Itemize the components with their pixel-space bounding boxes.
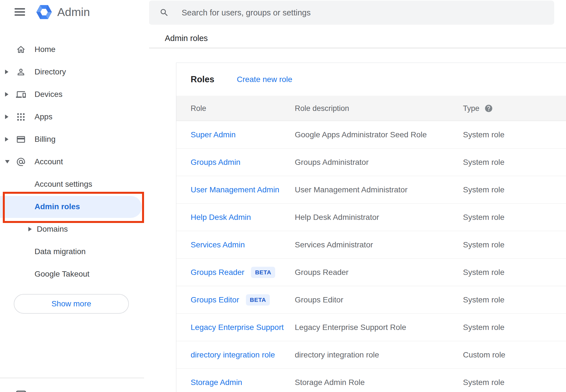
role-description: Groups Reader: [295, 268, 348, 277]
beta-badge: BETA: [246, 294, 270, 306]
breadcrumb: Admin roles: [165, 34, 208, 43]
role-type: System role: [463, 378, 505, 387]
sidebar-item-home[interactable]: Home: [0, 38, 149, 61]
role-type: System role: [463, 323, 505, 332]
role-link[interactable]: Groups Reader: [191, 268, 244, 277]
role-link[interactable]: Storage Admin: [191, 378, 242, 387]
role-description: Groups Editor: [295, 295, 343, 304]
sidebar-item-billing[interactable]: Billing: [0, 128, 149, 151]
table-row: Legacy Enterprise SupportLegacy Enterpri…: [176, 314, 566, 341]
sidebar-item-devices[interactable]: Devices: [0, 83, 149, 106]
role-description: Groups Administrator: [295, 158, 369, 167]
role-link[interactable]: User Management Admin: [191, 185, 279, 194]
role-link[interactable]: Legacy Enterprise Support: [191, 323, 284, 332]
role-description: Legacy Enterprise Support Role: [295, 323, 406, 332]
role-type: System role: [463, 295, 505, 304]
role-link[interactable]: Services Admin: [191, 240, 245, 249]
sidebar: Admin HomeDirectoryDevicesAppsBillingAcc…: [0, 0, 149, 392]
sidebar-item-label: Account: [35, 157, 63, 166]
table-row: Help Desk AdminHelp Desk AdministratorSy…: [176, 204, 566, 231]
person-icon: [16, 67, 26, 77]
sidebar-item-account[interactable]: Account: [0, 151, 149, 173]
table-row: Groups AdminGroups AdministratorSystem r…: [176, 149, 566, 176]
role-link[interactable]: Help Desk Admin: [191, 213, 251, 222]
role-description: Google Apps Administrator Seed Role: [295, 130, 427, 139]
create-new-role-link[interactable]: Create new role: [237, 75, 292, 84]
panel-title: Roles: [191, 74, 214, 85]
hamburger-menu-icon[interactable]: [15, 8, 25, 16]
apps-grid-icon: [16, 112, 26, 122]
role-type: System role: [463, 130, 505, 139]
table-row: Storage AdminStorage Admin RoleSystem ro…: [176, 369, 566, 392]
sidebar-item-apps[interactable]: Apps: [0, 106, 149, 128]
table-row: Services AdminServices AdministratorSyst…: [176, 231, 566, 259]
table-row: User Management AdminUser Management Adm…: [176, 176, 566, 204]
role-type: System role: [463, 158, 505, 167]
chevron-right-icon: [28, 227, 32, 231]
role-description: Storage Admin Role: [295, 378, 365, 387]
table-row: Super AdminGoogle Apps Administrator See…: [176, 121, 566, 149]
admin-logo: Admin: [36, 4, 90, 20]
search-bar: [149, 1, 554, 25]
sidebar-item-label: Domains: [37, 225, 68, 234]
role-type: System role: [463, 268, 505, 277]
sidebar-item-label: Home: [35, 45, 56, 54]
roles-panel-header: Roles Create new role: [176, 63, 566, 96]
sidebar-item-label: Apps: [35, 112, 53, 121]
show-more-button[interactable]: Show more: [14, 294, 129, 314]
role-link[interactable]: directory integration role: [191, 350, 275, 359]
sidebar-subitem-google-takeout[interactable]: Google Takeout: [0, 263, 149, 285]
sidebar-item-label: Devices: [35, 90, 63, 99]
role-description: Help Desk Administrator: [295, 213, 379, 222]
chevron-right-icon: [5, 70, 8, 74]
roles-panel: Roles Create new role Role Role descript…: [176, 63, 566, 392]
sidebar-item-label: Google Takeout: [35, 270, 90, 279]
table-row: Groups EditorBETAGroups EditorSystem rol…: [176, 286, 566, 314]
credit-card-icon: [16, 134, 26, 144]
chevron-right-icon: [5, 92, 8, 97]
sidebar-subitem-admin-roles[interactable]: Admin roles: [0, 195, 149, 218]
header-divider: [149, 48, 566, 48]
sidebar-item-label: Account settings: [35, 180, 92, 189]
table-row: directory integration roledirectory inte…: [176, 341, 566, 369]
role-type: System role: [463, 185, 505, 194]
role-type: Custom role: [463, 350, 505, 359]
role-description: directory integration role: [295, 350, 379, 359]
chevron-right-icon: [5, 137, 8, 142]
sidebar-nav: HomeDirectoryDevicesAppsBillingAccountAc…: [0, 38, 149, 285]
clipped-bottom-icon: [16, 391, 26, 392]
sidebar-item-label: Data migration: [35, 247, 86, 256]
sidebar-item-directory[interactable]: Directory: [0, 61, 149, 83]
column-header-role: Role: [191, 104, 206, 113]
admin-hexagon-icon: [36, 4, 53, 20]
sidebar-subitem-data-migration[interactable]: Data migration: [0, 240, 149, 263]
app-name: Admin: [57, 6, 90, 19]
beta-badge: BETA: [251, 267, 275, 278]
search-input[interactable]: [149, 1, 554, 25]
role-type: System role: [463, 240, 505, 249]
sidebar-subitem-account-settings[interactable]: Account settings: [0, 173, 149, 195]
role-link[interactable]: Groups Admin: [191, 158, 240, 167]
role-description: Services Administrator: [295, 240, 373, 249]
role-type: System role: [463, 213, 505, 222]
column-header-description: Role description: [295, 104, 349, 113]
home-icon: [16, 44, 26, 54]
sidebar-item-label: Admin roles: [35, 202, 80, 211]
column-header-type: Type: [463, 104, 493, 113]
table-body: Super AdminGoogle Apps Administrator See…: [176, 121, 566, 392]
at-email-icon: [16, 157, 26, 167]
sidebar-subitem-domains[interactable]: Domains: [0, 218, 149, 240]
sidebar-bottom-divider: [0, 378, 144, 378]
sidebar-item-label: Billing: [35, 135, 56, 144]
role-description: User Management Administrator: [295, 185, 408, 194]
table-header-row: Role Role description Type: [176, 96, 566, 121]
sidebar-item-label: Directory: [35, 67, 66, 76]
help-icon[interactable]: [484, 104, 493, 113]
table-row: Groups ReaderBETAGroups ReaderSystem rol…: [176, 259, 566, 286]
devices-icon: [16, 89, 26, 99]
role-link[interactable]: Groups Editor: [191, 295, 239, 304]
chevron-right-icon: [5, 115, 8, 119]
chevron-down-icon: [5, 160, 10, 163]
role-link[interactable]: Super Admin: [191, 130, 236, 139]
